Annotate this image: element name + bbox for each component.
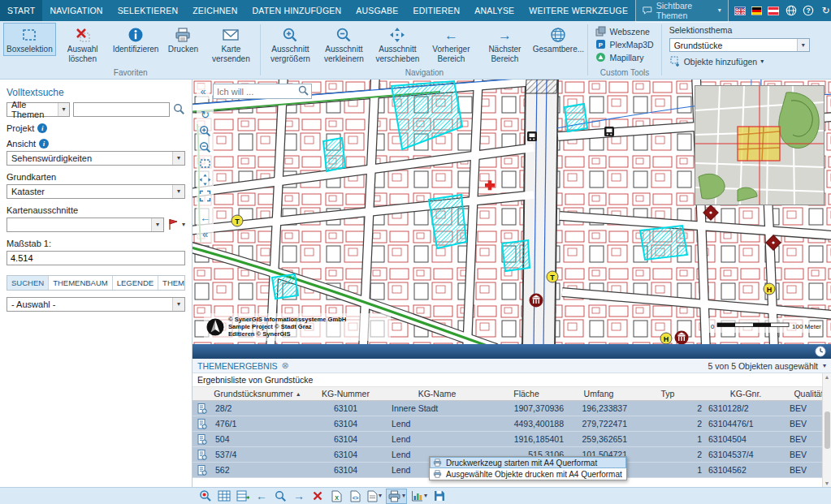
- table-row[interactable]: 28/263101Innere Stadt1907,370936196,2338…: [193, 401, 831, 416]
- sidebar-collapse-button[interactable]: «: [197, 84, 210, 99]
- tab-themenbaum[interactable]: THEMENBAUM: [49, 276, 113, 290]
- menu-tab-zeichnen[interactable]: ZEICHNEN: [185, 0, 245, 21]
- column-kg-nummer[interactable]: KG-Nummer: [303, 389, 388, 398]
- ich-will-searchbox[interactable]: [213, 84, 312, 99]
- bookmark-flag-icon[interactable]: [167, 218, 179, 232]
- remove-selection-button[interactable]: [309, 489, 326, 504]
- tab-themen[interactable]: THEMEN: [158, 276, 185, 290]
- menu-tab-editieren[interactable]: EDITIEREN: [405, 0, 467, 21]
- scroll-down-icon[interactable]: ▼: [825, 480, 830, 486]
- reset-north-icon[interactable]: ↻: [197, 107, 213, 122]
- scrollbar-thumb[interactable]: [825, 411, 830, 449]
- grundkarten-select[interactable]: Kataster ▾: [6, 184, 185, 199]
- mapillary-button[interactable]: Mapillary: [595, 52, 653, 62]
- zoom-out-button[interactable]: Ausschnitt verkleinern: [317, 23, 370, 65]
- chart-menu-button[interactable]: ▾: [409, 489, 429, 504]
- add-to-table-button[interactable]: [235, 489, 251, 504]
- search-icon[interactable]: [173, 103, 185, 117]
- print-menu-button[interactable]: ▾: [386, 489, 407, 504]
- menu-tab-ausgabe[interactable]: AUSGABE: [348, 0, 405, 21]
- objekte-hinzufuegen-button[interactable]: Objekte hinzufügen ▾: [669, 55, 779, 67]
- map-results-splitter[interactable]: [193, 344, 831, 359]
- selektionsthema-select[interactable]: Grundstücke ▾: [669, 38, 810, 52]
- webszene-button[interactable]: Webszene: [595, 26, 653, 37]
- column-kg-gnr[interactable]: KG-Gnr.: [705, 389, 786, 398]
- row-identify-icon[interactable]: [193, 419, 212, 429]
- tab-legende[interactable]: LEGENDE: [113, 276, 158, 290]
- menu-tab-selektieren[interactable]: SELEKTIEREN: [110, 0, 186, 21]
- auswahl-loeschen-button[interactable]: Auswahl löschen: [56, 23, 110, 65]
- map-viewport[interactable]: T T H H H © SynerGIS Informationssysteme…: [193, 80, 831, 344]
- full-extent-button[interactable]: Gesamtbere...: [531, 23, 585, 56]
- menu-tab-weitere-werkzeuge[interactable]: WEITERE WERKZEUGE: [522, 0, 635, 21]
- result-table-button[interactable]: [216, 489, 232, 504]
- close-results-icon[interactable]: ⊗: [282, 360, 289, 371]
- scroll-up-icon[interactable]: ▲: [825, 374, 830, 380]
- collapse-results-icon[interactable]: ▾: [823, 363, 826, 369]
- column-kg-name[interactable]: KG-Name: [388, 389, 486, 398]
- row-identify-icon[interactable]: [193, 403, 212, 414]
- export-excel-button[interactable]: X: [328, 489, 344, 504]
- results-tab-title[interactable]: THEMENERGEBNIS: [197, 361, 278, 371]
- menu-tab-analyse[interactable]: ANALYSE: [467, 0, 522, 21]
- save-results-button[interactable]: [431, 489, 448, 504]
- zoom-in-button[interactable]: Ausschnitt vergrößern: [263, 23, 317, 65]
- flag-uk-icon[interactable]: [734, 6, 746, 15]
- refresh-icon[interactable]: ↻: [820, 4, 831, 18]
- context-menu-item-print-tool[interactable]: Druckwerkzeug starten mit A4 Querformat: [430, 457, 626, 468]
- map-zoom-in-icon[interactable]: [197, 123, 213, 138]
- map-full-extent-icon[interactable]: [197, 188, 213, 203]
- globe-icon[interactable]: [785, 4, 796, 18]
- kartenausschnitte-select[interactable]: ▾: [6, 218, 164, 232]
- box-zoom-icon[interactable]: [197, 156, 213, 170]
- search-theme-select[interactable]: Alle Themen ▾: [6, 102, 70, 117]
- menu-tab-start[interactable]: START: [0, 0, 42, 21]
- export-menu-button[interactable]: ▾: [366, 489, 383, 504]
- menu-tab-daten-hinzufügen[interactable]: DATEN HINZUFÜGEN: [245, 0, 349, 21]
- panel-collapse-icon[interactable]: «: [197, 226, 213, 241]
- flag-at-icon[interactable]: [768, 6, 779, 15]
- fulltext-search-input[interactable]: [73, 102, 170, 117]
- row-identify-icon[interactable]: [193, 450, 212, 460]
- map-zoom-out-icon[interactable]: [197, 140, 213, 154]
- visible-themes-button[interactable]: Sichtbare Themen ▾: [635, 0, 729, 23]
- ich-will-input[interactable]: [214, 87, 296, 97]
- export-xml-button[interactable]: <>: [347, 489, 363, 504]
- column-typ[interactable]: Typ: [630, 389, 705, 398]
- boxselektion-button[interactable]: Boxselektion: [3, 23, 56, 56]
- info-icon[interactable]: i: [39, 139, 49, 149]
- flag-de-icon[interactable]: [751, 6, 763, 15]
- next-result-button[interactable]: →: [291, 489, 307, 504]
- massstab-input[interactable]: [6, 251, 185, 265]
- chevron-down-icon[interactable]: ▾: [182, 222, 185, 228]
- row-identify-icon[interactable]: [193, 465, 212, 476]
- identifizieren-button[interactable]: Identifizieren: [110, 23, 162, 56]
- context-menu-item-print-selected[interactable]: Ausgewählte Objekte drucken mit A4 Querf…: [430, 468, 626, 480]
- results-scrollbar[interactable]: ▲ ▼: [822, 373, 831, 487]
- map-pan-icon[interactable]: [197, 172, 213, 187]
- zoom-to-selection-button[interactable]: [197, 489, 214, 504]
- menu-tab-navigation[interactable]: NAVIGATION: [42, 0, 110, 21]
- previous-extent-button[interactable]: ← Vorheriger Bereich: [424, 23, 478, 65]
- table-row[interactable]: 50463104Lend1916,185401259,3626511631045…: [193, 432, 831, 447]
- plexmap3d-button[interactable]: P PlexMap3D: [595, 39, 653, 50]
- previous-result-button[interactable]: ←: [253, 489, 270, 504]
- column-grundstuecksnummer[interactable]: Grundstücksnummer ▲: [212, 389, 303, 398]
- search-icon[interactable]: [296, 85, 311, 97]
- tab-suchen[interactable]: SUCHEN: [7, 276, 49, 290]
- karte-versenden-button[interactable]: Karte versenden: [204, 23, 258, 65]
- time-slider-clock-icon[interactable]: [815, 346, 826, 357]
- overview-map[interactable]: [695, 85, 825, 205]
- help-icon[interactable]: ?: [803, 4, 814, 18]
- drucken-button[interactable]: Drucken: [162, 23, 204, 56]
- table-row[interactable]: 476/163104Lend4493,400188279,72247126310…: [193, 416, 831, 432]
- zoom-previous-icon[interactable]: ←: [197, 210, 213, 225]
- column-flaeche[interactable]: Fläche: [486, 389, 567, 398]
- next-extent-button[interactable]: → Nächster Bereich: [478, 23, 531, 65]
- column-umfang[interactable]: Umfang: [567, 389, 630, 398]
- row-identify-icon[interactable]: [193, 434, 212, 445]
- auswahl-select[interactable]: - Auswahl - ▾: [6, 297, 185, 312]
- ansicht-select[interactable]: Sehenswürdigkeiten ▾: [6, 151, 185, 166]
- pan-button[interactable]: Ausschnitt verschieben: [370, 23, 424, 65]
- zoom-result-button[interactable]: [272, 489, 288, 504]
